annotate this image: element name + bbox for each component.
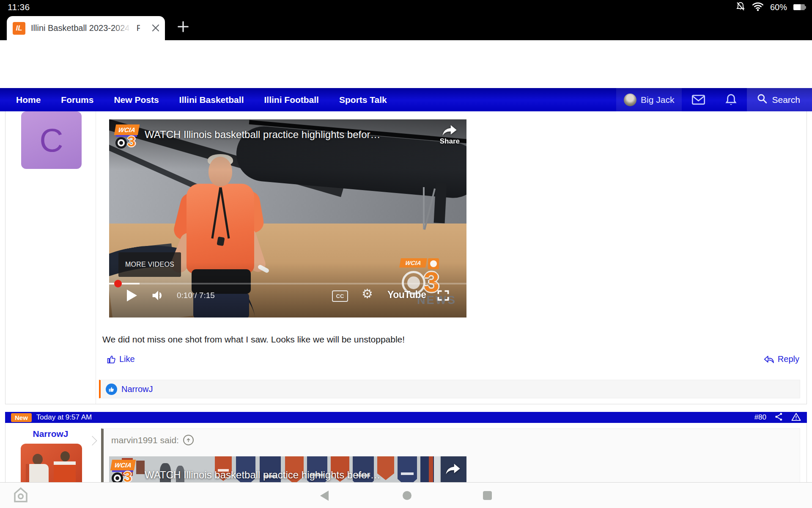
site-favicon: IL bbox=[13, 22, 25, 35]
video-scene-treadmill-leg bbox=[434, 182, 447, 223]
share-label: Share bbox=[440, 137, 460, 146]
video-time-display: 0:10 / 7:15 bbox=[177, 291, 215, 300]
home-shortcut-icon[interactable] bbox=[12, 486, 30, 505]
reply-arrow-icon bbox=[764, 355, 775, 364]
video-playhead[interactable] bbox=[114, 280, 122, 287]
post-divider-bar: New Today at 9:57 AM #80 bbox=[5, 412, 807, 423]
new-badge: New bbox=[11, 413, 32, 422]
battery-icon bbox=[793, 4, 806, 10]
reaction-user-link[interactable]: NarrowJ bbox=[121, 384, 153, 394]
video-share-button[interactable]: Share bbox=[440, 124, 460, 146]
cbs-eye-icon bbox=[115, 137, 127, 149]
reply-button[interactable]: Reply bbox=[764, 354, 799, 364]
quote-attribution-text: marvin1991 said: bbox=[111, 435, 179, 445]
browser-toolbar: illinoisloyalty.com/post/illini-basketba… bbox=[0, 40, 812, 88]
settings-gear-icon[interactable]: ⚙ bbox=[362, 286, 373, 301]
video2-share-arrow-icon[interactable] bbox=[445, 463, 461, 477]
wcia-wordmark: WCIA bbox=[114, 124, 140, 135]
tab-strip: IL Illini Basketball 2023-2024 | P bbox=[0, 14, 812, 40]
status-icons: 60% bbox=[735, 0, 806, 14]
username-label: Big Jack bbox=[641, 95, 674, 105]
nav-item-forums[interactable]: Forums bbox=[51, 95, 104, 105]
new-tab-button[interactable] bbox=[176, 19, 190, 34]
clock: 11:36 bbox=[8, 2, 30, 12]
video-progress-bar[interactable] bbox=[109, 283, 466, 284]
nav-item-new-posts[interactable]: New Posts bbox=[104, 95, 169, 105]
video2-scene-poster bbox=[136, 461, 145, 474]
tab-title-fade bbox=[113, 19, 137, 38]
video2-scene-stripe bbox=[434, 456, 440, 482]
avatar bbox=[624, 94, 636, 106]
more-videos-button[interactable]: MORE VIDEOS bbox=[118, 252, 181, 277]
closed-captions-button[interactable]: CC bbox=[332, 290, 348, 302]
recents-button[interactable] bbox=[483, 491, 492, 500]
report-warning-icon[interactable] bbox=[791, 412, 801, 423]
reactions-bar[interactable]: NarrowJ bbox=[99, 380, 800, 398]
forum-post-next: NarrowJ marvin1991 said: bbox=[5, 423, 807, 482]
share-arrow-icon bbox=[442, 124, 457, 136]
back-button[interactable] bbox=[320, 491, 329, 501]
video2-title[interactable]: WATCH Illinois basketball practice highl… bbox=[145, 469, 381, 481]
youtube-logo[interactable]: YouTube bbox=[387, 289, 426, 301]
video-top-gradient bbox=[109, 119, 466, 170]
alerts-bell-icon[interactable] bbox=[715, 88, 747, 111]
post-number-link[interactable]: #80 bbox=[754, 413, 766, 422]
search-icon bbox=[757, 94, 767, 106]
quote-attribution[interactable]: marvin1991 said: bbox=[111, 435, 194, 445]
forum-post-current: C WCIA 3 WATCH bbox=[5, 111, 807, 404]
search-label: Search bbox=[772, 95, 800, 105]
messages-icon[interactable] bbox=[682, 88, 715, 111]
nav-item-illini-football[interactable]: Illini Football bbox=[254, 95, 329, 105]
forum-navbar: Home Forums New Posts Illini Basketball … bbox=[0, 88, 812, 111]
divider-right-cluster: #80 bbox=[754, 412, 801, 423]
notifications-off-icon bbox=[735, 1, 746, 13]
status-bar: 11:36 60% bbox=[0, 0, 812, 14]
home-button[interactable] bbox=[403, 491, 411, 500]
video-scene-tripod bbox=[423, 187, 425, 229]
nav-item-sports-talk[interactable]: Sports Talk bbox=[329, 95, 397, 105]
avatar-player2 bbox=[60, 451, 70, 461]
nav-item-illini-basketball[interactable]: Illini Basketball bbox=[169, 95, 254, 105]
nav-item-home[interactable]: Home bbox=[16, 95, 51, 105]
like-label: Like bbox=[119, 354, 135, 364]
tab-close-icon[interactable] bbox=[151, 23, 161, 33]
nav-links: Home Forums New Posts Illini Basketball … bbox=[16, 88, 397, 111]
browser-tab[interactable]: IL Illini Basketball 2023-2024 | P bbox=[7, 16, 165, 40]
share-post-icon[interactable] bbox=[774, 412, 783, 423]
poster-avatar[interactable]: C bbox=[21, 111, 82, 169]
poster-username-link[interactable]: NarrowJ bbox=[5, 429, 96, 439]
video-buffer-bar bbox=[109, 283, 140, 284]
wcia-number: 3 bbox=[127, 133, 135, 150]
video2-scene-stripe bbox=[429, 456, 433, 482]
volume-icon[interactable] bbox=[151, 290, 165, 303]
poster-column: C bbox=[5, 111, 96, 404]
reply-label: Reply bbox=[778, 354, 799, 364]
post-timestamp[interactable]: Today at 9:57 AM bbox=[36, 413, 92, 422]
nav-right-cluster: Big Jack Search bbox=[616, 88, 812, 111]
like-button[interactable]: Like bbox=[107, 354, 135, 364]
video-title[interactable]: WATCH Illinois basketball practice highl… bbox=[145, 129, 381, 141]
quote-block: marvin1991 said: bbox=[101, 428, 800, 482]
expand-quote-icon[interactable] bbox=[183, 435, 194, 445]
account-menu[interactable]: Big Jack bbox=[616, 88, 682, 111]
thumbs-up-icon bbox=[107, 354, 116, 364]
play-button[interactable] bbox=[127, 290, 137, 301]
poster-avatar[interactable] bbox=[21, 444, 82, 482]
avatar-player1 bbox=[33, 454, 43, 465]
post-body-text: We did not miss one shot from what I saw… bbox=[102, 334, 405, 345]
search-button[interactable]: Search bbox=[747, 88, 812, 111]
gym-banner bbox=[398, 456, 417, 482]
android-nav-bar bbox=[0, 482, 812, 508]
battery-percent: 60% bbox=[770, 3, 787, 12]
wcia3-channel-logo: WCIA 3 bbox=[111, 460, 136, 482]
wcia3-channel-logo[interactable]: WCIA 3 bbox=[115, 124, 140, 149]
like-reaction-badge bbox=[106, 384, 117, 395]
wifi-icon bbox=[752, 1, 764, 13]
fullscreen-icon[interactable] bbox=[437, 290, 449, 303]
quoted-youtube-embed[interactable]: WCIA 3 WATCH Illinois basketball practic… bbox=[109, 456, 466, 482]
youtube-embed[interactable]: WCIA 3 WATCH Illinois basketball practic… bbox=[109, 119, 466, 318]
avatar-letter: C bbox=[39, 121, 63, 160]
